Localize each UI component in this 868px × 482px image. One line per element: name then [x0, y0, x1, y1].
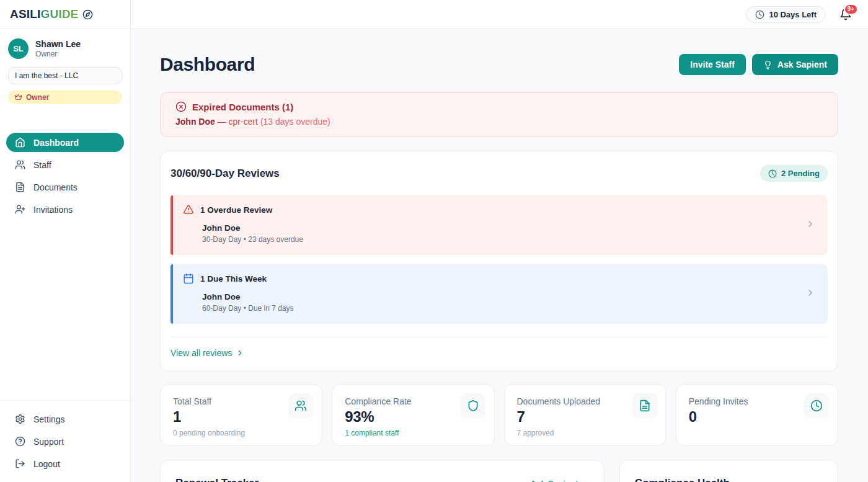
- stat-card-compliance-rate: Compliance Rate 93% 1 compliant staff: [332, 384, 494, 446]
- invite-staff-button[interactable]: Invite Staff: [679, 54, 746, 75]
- document-icon: [15, 182, 25, 192]
- warning-triangle-icon: [183, 204, 194, 215]
- dashboard-content: Dashboard Invite Staff Ask Sapient Expir…: [131, 29, 868, 482]
- sidebar-item-logout[interactable]: Logout: [6, 454, 124, 473]
- help-circle-icon: [15, 436, 25, 447]
- pending-badge: 2 Pending: [760, 165, 828, 182]
- sidebar-nav: Dashboard Staff Documents Invitations: [0, 133, 130, 219]
- review-person-name: John Doe: [202, 223, 805, 233]
- sidebar-item-invitations[interactable]: Invitations: [6, 200, 124, 219]
- shield-icon: [461, 393, 485, 418]
- clock-icon: [755, 10, 764, 19]
- calendar-icon: [183, 273, 194, 284]
- owner-badge-label: Owner: [26, 93, 49, 102]
- sidebar-item-label: Documents: [33, 182, 78, 192]
- review-person-name: John Doe: [202, 292, 805, 301]
- alert-detail: John Doe — cpr-cert (13 days overdue): [175, 117, 823, 127]
- document-icon: [632, 393, 657, 418]
- sidebar-footer-nav: Settings Support Logout: [0, 400, 130, 482]
- user-profile-section: SL Shawn Lee Owner I am the best - LLC O…: [0, 29, 130, 115]
- alert-person: John Doe: [175, 117, 215, 127]
- divider: [170, 337, 828, 337]
- page-header: Dashboard Invite Staff Ask Sapient: [160, 54, 838, 75]
- alert-title: Expired Documents (1): [192, 102, 293, 112]
- ask-sapient-label: Ask Sapient: [777, 60, 827, 69]
- ask-sapient-link[interactable]: Ask Sapient →: [530, 479, 589, 482]
- alert-document: cpr-cert: [229, 117, 258, 127]
- sidebar-item-label: Dashboard: [33, 138, 79, 148]
- user-role: Owner: [35, 50, 81, 58]
- user-plus-icon: [15, 204, 25, 215]
- renewal-tracker-title: Renewal Tracker: [175, 477, 259, 482]
- reviews-card: 30/60/90-Day Reviews 2 Pending 1 Overdue…: [160, 151, 838, 372]
- expired-documents-alert: Expired Documents (1) John Doe — cpr-cer…: [160, 92, 838, 137]
- logout-icon: [15, 458, 25, 469]
- bottom-row: Renewal Tracker Ask Sapient → Compliance…: [160, 460, 838, 482]
- notification-count-badge: 9+: [844, 4, 858, 15]
- sidebar-item-dashboard[interactable]: Dashboard: [6, 133, 124, 152]
- logo-text: ASILI GUIDE: [10, 7, 79, 21]
- pending-badge-label: 2 Pending: [781, 169, 820, 178]
- gear-icon: [15, 414, 25, 424]
- avatar: SL: [8, 38, 29, 59]
- clock-icon: [804, 393, 829, 418]
- main-area: 10 Days Left 9+ Dashboard Invite Staff A…: [131, 0, 868, 482]
- lightbulb-icon: [763, 60, 773, 69]
- sidebar-item-label: Invitations: [33, 205, 73, 215]
- chevron-right-icon: [236, 349, 244, 357]
- compass-icon: [82, 9, 93, 20]
- stat-subtitle: 1 compliant staff: [345, 429, 481, 437]
- crown-icon: [14, 94, 22, 102]
- users-icon: [15, 159, 25, 170]
- renewal-tracker-card: Renewal Tracker Ask Sapient →: [160, 460, 604, 482]
- chevron-right-icon: [805, 288, 815, 298]
- user-name: Shawn Lee: [35, 39, 81, 49]
- due-review-item[interactable]: 1 Due This Week John Doe 60-Day Day • Du…: [170, 264, 828, 324]
- page-title: Dashboard: [160, 54, 255, 75]
- review-detail: 60-Day Day • Due in 7 days: [202, 304, 805, 313]
- stat-subtitle: 0 pending onboarding: [173, 429, 309, 437]
- sidebar-item-support[interactable]: Support: [6, 432, 124, 451]
- ask-sapient-button[interactable]: Ask Sapient: [752, 54, 838, 75]
- logo-part-guide: GUIDE: [41, 7, 79, 21]
- chevron-right-icon: [805, 219, 815, 229]
- notifications-button[interactable]: 9+: [839, 8, 852, 20]
- alert-overdue: (13 days overdue): [260, 117, 330, 127]
- stat-subtitle: [689, 429, 825, 437]
- trial-days-badge[interactable]: 10 Days Left: [746, 6, 826, 23]
- stat-subtitle: 7 approved: [517, 429, 653, 437]
- compliance-health-title: Compliance Health: [635, 477, 823, 482]
- home-icon: [15, 137, 25, 148]
- view-all-reviews-link[interactable]: View all reviews: [170, 348, 244, 358]
- reviews-title: 30/60/90-Day Reviews: [170, 167, 280, 180]
- owner-role-badge: Owner: [8, 91, 122, 104]
- clock-icon: [768, 169, 777, 178]
- sidebar-item-label: Settings: [33, 414, 65, 424]
- sidebar: ASILI GUIDE SL Shawn Lee Owner I am the …: [0, 0, 131, 482]
- topbar: 10 Days Left 9+: [131, 0, 868, 29]
- stats-row: Total Staff 1 0 pending onboarding Compl…: [160, 384, 838, 446]
- sidebar-item-label: Staff: [33, 160, 51, 170]
- stat-card-total-staff: Total Staff 1 0 pending onboarding: [160, 384, 322, 446]
- sidebar-item-staff[interactable]: Staff: [6, 155, 124, 174]
- x-circle-icon: [175, 101, 187, 112]
- logo-part-asili: ASILI: [10, 7, 41, 21]
- stat-card-documents-uploaded: Documents Uploaded 7 7 approved: [504, 384, 666, 446]
- compliance-health-card: Compliance Health: [619, 460, 838, 482]
- view-all-label: View all reviews: [170, 348, 232, 358]
- review-heading: 1 Due This Week: [200, 274, 267, 283]
- sidebar-item-label: Logout: [33, 459, 60, 469]
- users-icon: [288, 393, 313, 418]
- overdue-review-item[interactable]: 1 Overdue Review John Doe 30-Day Day • 2…: [170, 195, 828, 255]
- company-selector[interactable]: I am the best - LLC: [8, 67, 122, 84]
- sidebar-item-label: Support: [33, 437, 64, 447]
- review-detail: 30-Day Day • 23 days overdue: [202, 235, 805, 244]
- sidebar-item-settings[interactable]: Settings: [6, 409, 124, 429]
- logo: ASILI GUIDE: [0, 0, 130, 29]
- alert-separator: —: [218, 117, 226, 127]
- review-heading: 1 Overdue Review: [200, 205, 272, 215]
- sidebar-item-documents[interactable]: Documents: [6, 177, 124, 197]
- trial-days-label: 10 Days Left: [769, 10, 817, 19]
- stat-card-pending-invites: Pending Invites 0: [676, 384, 838, 446]
